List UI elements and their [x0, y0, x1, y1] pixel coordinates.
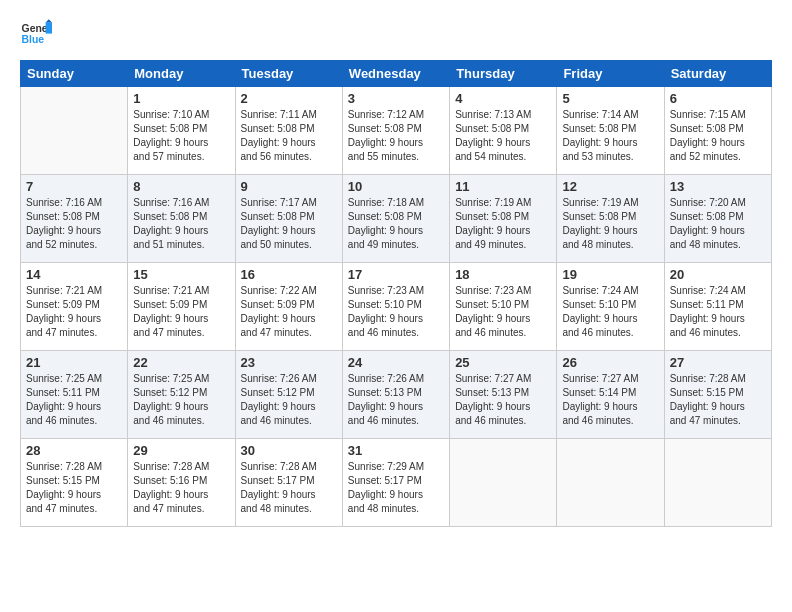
day-info: Sunrise: 7:26 AM Sunset: 5:12 PM Dayligh…: [241, 372, 337, 428]
calendar-cell: 22Sunrise: 7:25 AM Sunset: 5:12 PM Dayli…: [128, 351, 235, 439]
day-info: Sunrise: 7:13 AM Sunset: 5:08 PM Dayligh…: [455, 108, 551, 164]
calendar-cell: 15Sunrise: 7:21 AM Sunset: 5:09 PM Dayli…: [128, 263, 235, 351]
week-row-5: 28Sunrise: 7:28 AM Sunset: 5:15 PM Dayli…: [21, 439, 772, 527]
day-number: 21: [26, 355, 122, 370]
calendar-cell: 11Sunrise: 7:19 AM Sunset: 5:08 PM Dayli…: [450, 175, 557, 263]
calendar-table: SundayMondayTuesdayWednesdayThursdayFrid…: [20, 60, 772, 527]
day-number: 25: [455, 355, 551, 370]
day-info: Sunrise: 7:23 AM Sunset: 5:10 PM Dayligh…: [455, 284, 551, 340]
day-info: Sunrise: 7:10 AM Sunset: 5:08 PM Dayligh…: [133, 108, 229, 164]
day-info: Sunrise: 7:28 AM Sunset: 5:15 PM Dayligh…: [26, 460, 122, 516]
svg-text:Blue: Blue: [22, 34, 45, 45]
calendar-cell: 26Sunrise: 7:27 AM Sunset: 5:14 PM Dayli…: [557, 351, 664, 439]
day-info: Sunrise: 7:11 AM Sunset: 5:08 PM Dayligh…: [241, 108, 337, 164]
day-number: 12: [562, 179, 658, 194]
day-info: Sunrise: 7:19 AM Sunset: 5:08 PM Dayligh…: [562, 196, 658, 252]
day-info: Sunrise: 7:25 AM Sunset: 5:11 PM Dayligh…: [26, 372, 122, 428]
day-number: 23: [241, 355, 337, 370]
day-number: 3: [348, 91, 444, 106]
calendar-cell: 16Sunrise: 7:22 AM Sunset: 5:09 PM Dayli…: [235, 263, 342, 351]
day-info: Sunrise: 7:12 AM Sunset: 5:08 PM Dayligh…: [348, 108, 444, 164]
day-number: 18: [455, 267, 551, 282]
day-info: Sunrise: 7:15 AM Sunset: 5:08 PM Dayligh…: [670, 108, 766, 164]
weekday-header-monday: Monday: [128, 61, 235, 87]
day-number: 15: [133, 267, 229, 282]
day-number: 10: [348, 179, 444, 194]
day-number: 27: [670, 355, 766, 370]
calendar-cell: 20Sunrise: 7:24 AM Sunset: 5:11 PM Dayli…: [664, 263, 771, 351]
week-row-4: 21Sunrise: 7:25 AM Sunset: 5:11 PM Dayli…: [21, 351, 772, 439]
svg-marker-2: [46, 22, 52, 33]
weekday-header-tuesday: Tuesday: [235, 61, 342, 87]
day-number: 13: [670, 179, 766, 194]
calendar-cell: 8Sunrise: 7:16 AM Sunset: 5:08 PM Daylig…: [128, 175, 235, 263]
calendar-cell: 27Sunrise: 7:28 AM Sunset: 5:15 PM Dayli…: [664, 351, 771, 439]
day-info: Sunrise: 7:14 AM Sunset: 5:08 PM Dayligh…: [562, 108, 658, 164]
day-number: 24: [348, 355, 444, 370]
weekday-header-row: SundayMondayTuesdayWednesdayThursdayFrid…: [21, 61, 772, 87]
day-info: Sunrise: 7:24 AM Sunset: 5:10 PM Dayligh…: [562, 284, 658, 340]
calendar-cell: 6Sunrise: 7:15 AM Sunset: 5:08 PM Daylig…: [664, 87, 771, 175]
day-info: Sunrise: 7:16 AM Sunset: 5:08 PM Dayligh…: [26, 196, 122, 252]
day-number: 11: [455, 179, 551, 194]
calendar-cell: [664, 439, 771, 527]
calendar-cell: 28Sunrise: 7:28 AM Sunset: 5:15 PM Dayli…: [21, 439, 128, 527]
day-info: Sunrise: 7:16 AM Sunset: 5:08 PM Dayligh…: [133, 196, 229, 252]
week-row-1: 1Sunrise: 7:10 AM Sunset: 5:08 PM Daylig…: [21, 87, 772, 175]
calendar-cell: 5Sunrise: 7:14 AM Sunset: 5:08 PM Daylig…: [557, 87, 664, 175]
calendar-cell: 14Sunrise: 7:21 AM Sunset: 5:09 PM Dayli…: [21, 263, 128, 351]
calendar-cell: 21Sunrise: 7:25 AM Sunset: 5:11 PM Dayli…: [21, 351, 128, 439]
weekday-header-sunday: Sunday: [21, 61, 128, 87]
day-number: 31: [348, 443, 444, 458]
day-number: 5: [562, 91, 658, 106]
day-info: Sunrise: 7:26 AM Sunset: 5:13 PM Dayligh…: [348, 372, 444, 428]
day-info: Sunrise: 7:28 AM Sunset: 5:17 PM Dayligh…: [241, 460, 337, 516]
header: General Blue: [20, 16, 772, 48]
calendar-cell: 31Sunrise: 7:29 AM Sunset: 5:17 PM Dayli…: [342, 439, 449, 527]
day-number: 7: [26, 179, 122, 194]
day-number: 8: [133, 179, 229, 194]
calendar-cell: [21, 87, 128, 175]
day-number: 29: [133, 443, 229, 458]
day-info: Sunrise: 7:18 AM Sunset: 5:08 PM Dayligh…: [348, 196, 444, 252]
calendar-cell: 29Sunrise: 7:28 AM Sunset: 5:16 PM Dayli…: [128, 439, 235, 527]
week-row-2: 7Sunrise: 7:16 AM Sunset: 5:08 PM Daylig…: [21, 175, 772, 263]
calendar-cell: 18Sunrise: 7:23 AM Sunset: 5:10 PM Dayli…: [450, 263, 557, 351]
calendar-cell: 1Sunrise: 7:10 AM Sunset: 5:08 PM Daylig…: [128, 87, 235, 175]
calendar-cell: 7Sunrise: 7:16 AM Sunset: 5:08 PM Daylig…: [21, 175, 128, 263]
day-number: 1: [133, 91, 229, 106]
calendar-cell: 13Sunrise: 7:20 AM Sunset: 5:08 PM Dayli…: [664, 175, 771, 263]
week-row-3: 14Sunrise: 7:21 AM Sunset: 5:09 PM Dayli…: [21, 263, 772, 351]
day-info: Sunrise: 7:28 AM Sunset: 5:16 PM Dayligh…: [133, 460, 229, 516]
day-info: Sunrise: 7:19 AM Sunset: 5:08 PM Dayligh…: [455, 196, 551, 252]
day-info: Sunrise: 7:24 AM Sunset: 5:11 PM Dayligh…: [670, 284, 766, 340]
calendar-cell: [557, 439, 664, 527]
day-number: 16: [241, 267, 337, 282]
day-number: 14: [26, 267, 122, 282]
day-number: 22: [133, 355, 229, 370]
day-info: Sunrise: 7:21 AM Sunset: 5:09 PM Dayligh…: [26, 284, 122, 340]
calendar-cell: 9Sunrise: 7:17 AM Sunset: 5:08 PM Daylig…: [235, 175, 342, 263]
weekday-header-saturday: Saturday: [664, 61, 771, 87]
weekday-header-thursday: Thursday: [450, 61, 557, 87]
day-number: 2: [241, 91, 337, 106]
calendar-cell: 10Sunrise: 7:18 AM Sunset: 5:08 PM Dayli…: [342, 175, 449, 263]
logo-icon: General Blue: [20, 16, 52, 48]
day-info: Sunrise: 7:25 AM Sunset: 5:12 PM Dayligh…: [133, 372, 229, 428]
day-number: 30: [241, 443, 337, 458]
day-number: 26: [562, 355, 658, 370]
day-info: Sunrise: 7:22 AM Sunset: 5:09 PM Dayligh…: [241, 284, 337, 340]
day-info: Sunrise: 7:27 AM Sunset: 5:13 PM Dayligh…: [455, 372, 551, 428]
weekday-header-friday: Friday: [557, 61, 664, 87]
day-info: Sunrise: 7:29 AM Sunset: 5:17 PM Dayligh…: [348, 460, 444, 516]
weekday-header-wednesday: Wednesday: [342, 61, 449, 87]
calendar-cell: 4Sunrise: 7:13 AM Sunset: 5:08 PM Daylig…: [450, 87, 557, 175]
day-number: 17: [348, 267, 444, 282]
page-container: General Blue SundayMondayTuesdayWednesda…: [0, 0, 792, 612]
calendar-cell: [450, 439, 557, 527]
calendar-cell: 12Sunrise: 7:19 AM Sunset: 5:08 PM Dayli…: [557, 175, 664, 263]
calendar-cell: 17Sunrise: 7:23 AM Sunset: 5:10 PM Dayli…: [342, 263, 449, 351]
calendar-cell: 19Sunrise: 7:24 AM Sunset: 5:10 PM Dayli…: [557, 263, 664, 351]
day-info: Sunrise: 7:21 AM Sunset: 5:09 PM Dayligh…: [133, 284, 229, 340]
day-number: 28: [26, 443, 122, 458]
